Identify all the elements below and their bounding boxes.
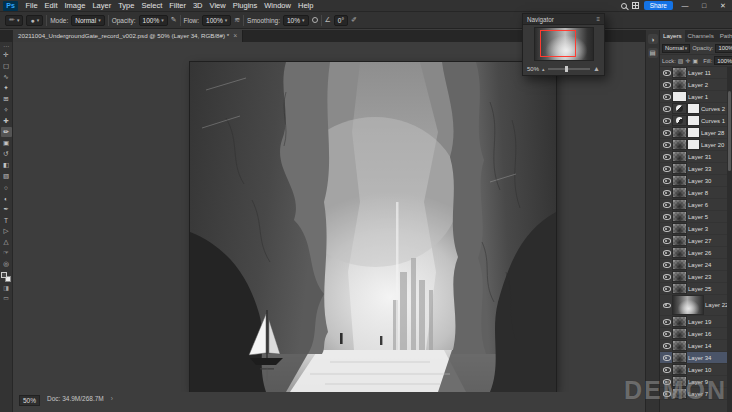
crop-tool[interactable]: ⊞ — [1, 94, 12, 104]
layer-thumbnail[interactable] — [673, 365, 686, 374]
visibility-eye-icon[interactable] — [662, 68, 671, 77]
layer-name[interactable]: Layer 19 — [688, 319, 730, 325]
layer-thumbnail[interactable] — [673, 212, 686, 221]
history-brush-tool[interactable]: ↺ — [1, 149, 12, 159]
layer-fill-field[interactable]: 100% ▾ — [714, 56, 732, 65]
panel-tab[interactable]: Layers — [660, 30, 685, 42]
quick-mask-icon[interactable]: ◨ — [1, 282, 12, 292]
layer-row[interactable]: Layer 24 — [660, 259, 732, 271]
tool-preset-picker[interactable]: ✏ ▾ — [5, 15, 23, 26]
layer-name[interactable]: Layer 34 — [688, 355, 730, 361]
path-selection-tool[interactable]: ▷ — [1, 226, 12, 236]
shape-tool[interactable]: △ — [1, 237, 12, 247]
layer-thumbnail[interactable] — [673, 104, 686, 113]
visibility-eye-icon[interactable] — [662, 152, 671, 161]
visibility-eye-icon[interactable] — [662, 92, 671, 101]
layers-scrollbar[interactable] — [727, 67, 732, 412]
workspace-switcher-icon[interactable] — [632, 2, 639, 9]
layer-name[interactable]: Layer 31 — [688, 154, 730, 160]
status-chevron-icon[interactable]: › — [111, 395, 113, 402]
visibility-eye-icon[interactable] — [662, 164, 671, 173]
layer-thumbnail[interactable] — [673, 152, 686, 161]
layer-thumbnail[interactable] — [673, 200, 686, 209]
layer-thumbnail[interactable] — [673, 248, 686, 257]
share-button[interactable]: Share — [644, 1, 673, 10]
airbrush-icon[interactable]: ≋ — [234, 16, 240, 24]
quick-selection-tool[interactable]: ✦ — [1, 83, 12, 93]
layer-row[interactable]: Layer 14 — [660, 340, 732, 352]
menu-item[interactable]: Type — [115, 0, 138, 12]
layer-thumbnail[interactable] — [673, 389, 686, 398]
brush-tool[interactable]: ✏ — [1, 127, 12, 137]
layer-name[interactable]: Layer 24 — [688, 262, 730, 268]
pen-tool[interactable]: ✒ — [1, 204, 12, 214]
layer-thumbnail[interactable] — [673, 224, 686, 233]
layer-row[interactable]: Layer 8 — [660, 187, 732, 199]
tab-close-icon[interactable]: × — [233, 30, 237, 42]
document-canvas[interactable] — [190, 62, 556, 392]
zoom-level-field[interactable]: 50% — [19, 395, 40, 406]
visibility-eye-icon[interactable] — [662, 224, 671, 233]
layer-row[interactable]: Layer 23 — [660, 271, 732, 283]
layer-row[interactable]: Curves 1 — [660, 115, 732, 127]
navigator-thumbnail[interactable] — [535, 28, 593, 60]
visibility-eye-icon[interactable] — [662, 236, 671, 245]
layer-thumbnail[interactable] — [673, 176, 686, 185]
layer-name[interactable]: Layer 27 — [688, 238, 730, 244]
foreground-color-swatch[interactable] — [1, 272, 7, 278]
document-tab[interactable]: 20211004_UndergroundGate_record_v002.psd… — [13, 30, 243, 42]
layer-name[interactable]: Layer 11 — [688, 70, 730, 76]
visibility-eye-icon[interactable] — [662, 341, 671, 350]
layer-row[interactable]: Layer 22 — [660, 295, 732, 316]
visibility-eye-icon[interactable] — [662, 188, 671, 197]
collapsed-properties-panel-icon[interactable]: ▤ — [648, 48, 658, 58]
layer-name[interactable]: Layer 2 — [688, 82, 730, 88]
layer-row[interactable]: Layer 7 — [660, 388, 732, 400]
visibility-eye-icon[interactable] — [662, 377, 671, 386]
layer-name[interactable]: Layer 30 — [688, 178, 730, 184]
menu-item[interactable]: Filter — [166, 0, 190, 12]
layer-thumbnail[interactable] — [673, 377, 686, 386]
zoom-out-icon[interactable]: ▴ — [542, 66, 545, 72]
close-button[interactable]: ✕ — [716, 0, 730, 12]
toolbar-overflow-icon[interactable]: ⋯ — [3, 43, 9, 49]
marquee-tool[interactable]: ▢ — [1, 61, 12, 71]
layer-thumbnail[interactable] — [673, 68, 686, 77]
layer-name[interactable]: Layer 16 — [688, 331, 730, 337]
menu-item[interactable]: Select — [138, 0, 166, 12]
move-tool[interactable]: ✛ — [1, 50, 12, 60]
visibility-eye-icon[interactable] — [662, 389, 671, 398]
visibility-eye-icon[interactable] — [662, 284, 671, 293]
layer-thumbnail[interactable] — [673, 296, 703, 314]
layer-row[interactable]: Layer 33 — [660, 163, 732, 175]
layer-name[interactable]: Layer 7 — [688, 391, 730, 397]
color-swatches[interactable] — [1, 272, 11, 282]
layer-name[interactable]: Layer 1 — [688, 94, 730, 100]
layer-thumbnail[interactable] — [673, 164, 686, 173]
hand-tool[interactable]: ☞ — [1, 248, 12, 258]
layer-row[interactable]: Layer 11 — [660, 67, 732, 79]
visibility-eye-icon[interactable] — [662, 140, 671, 149]
panel-menu-icon[interactable]: ≡ — [596, 14, 600, 24]
layer-name[interactable]: Layer 6 — [688, 202, 730, 208]
layer-thumbnail[interactable] — [673, 353, 686, 362]
layer-row[interactable]: Layer 6 — [660, 199, 732, 211]
eraser-tool[interactable]: ◧ — [1, 160, 12, 170]
layer-blend-mode-select[interactable]: Normal ▾ — [662, 44, 690, 53]
layer-mask-thumbnail[interactable] — [688, 116, 699, 125]
visibility-eye-icon[interactable] — [662, 248, 671, 257]
brush-angle-field[interactable]: 0° — [334, 15, 348, 26]
layer-thumbnail[interactable] — [673, 272, 686, 281]
visibility-eye-icon[interactable] — [662, 272, 671, 281]
layer-mask-thumbnail[interactable] — [688, 140, 699, 149]
layer-opacity-field[interactable]: 100% ▾ — [715, 44, 732, 53]
layer-row[interactable]: Layer 16 — [660, 328, 732, 340]
layer-row[interactable]: Layer 1 — [660, 91, 732, 103]
layer-row[interactable]: Layer 2 — [660, 79, 732, 91]
visibility-eye-icon[interactable] — [662, 80, 671, 89]
menu-item[interactable]: 3D — [189, 0, 206, 12]
layer-thumbnail[interactable] — [673, 188, 686, 197]
zoom-tool[interactable]: ◎ — [1, 259, 12, 269]
visibility-eye-icon[interactable] — [662, 260, 671, 269]
menu-item[interactable]: View — [206, 0, 229, 12]
